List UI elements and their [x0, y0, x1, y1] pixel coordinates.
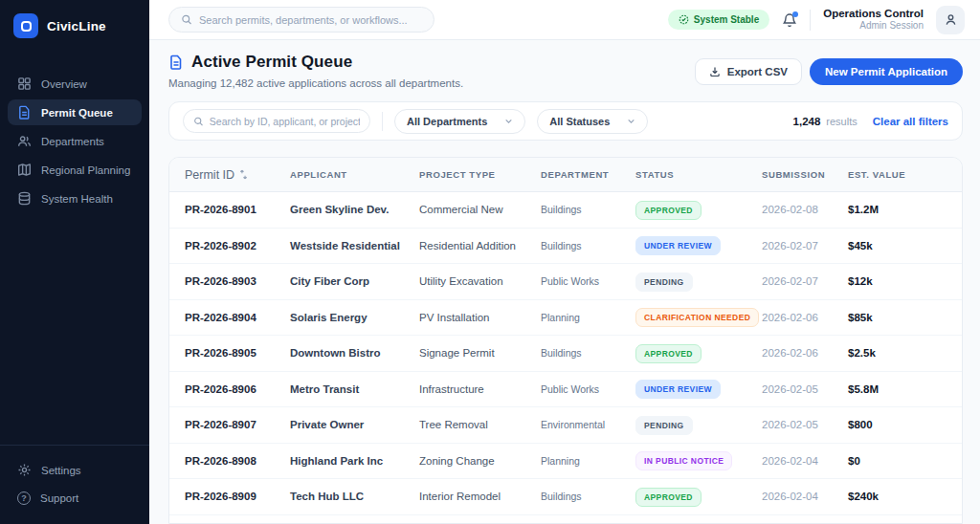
column-header-project-type[interactable]: Project Type [419, 169, 541, 180]
project-type-cell: Utility Excavation [419, 275, 541, 287]
department-filter-dropdown[interactable]: All Departments [394, 109, 525, 134]
value-cell: $2.5k [848, 347, 947, 359]
chevron-down-icon [627, 117, 635, 125]
sidebar-item-permit-queue[interactable]: Permit Queue [8, 99, 142, 125]
department-filter-value: All Departments [407, 116, 487, 127]
results-count: 1,248 [793, 116, 821, 127]
clear-filters-link[interactable]: Clear all filters [873, 116, 948, 127]
project-type-cell: Interior Remodel [419, 491, 541, 502]
value-cell: $1.2M [848, 204, 947, 215]
status-badge: APPROVED [635, 344, 702, 363]
permit-id-cell: PR-2026-8903 [185, 275, 290, 287]
permit-id-cell: PR-2026-8908 [185, 455, 290, 467]
status-badge: APPROVED [635, 488, 702, 507]
global-search[interactable] [168, 7, 434, 33]
global-search-input[interactable] [199, 14, 422, 26]
table-row[interactable]: PR-2026-8907 Private Owner Tree Removal … [169, 407, 962, 444]
department-cell: Buildings [541, 491, 635, 502]
system-status-label: System Stable [694, 14, 759, 25]
page-subtitle: Managing 12,482 active applications acro… [168, 77, 463, 89]
permit-id-cell: PR-2026-8909 [185, 491, 290, 502]
status-badge: PENDING [635, 273, 693, 292]
status-badge: IN PUBLIC NOTICE [635, 451, 732, 470]
avatar[interactable] [936, 6, 965, 34]
table-header-row: Permit ID Applicant Project Type Departm… [169, 158, 962, 192]
department-cell: Environmental [541, 419, 635, 430]
sidebar-item-settings[interactable]: Settings [8, 457, 142, 483]
help-icon: ? [17, 491, 31, 505]
status-cell: IN PUBLIC NOTICE [635, 450, 762, 470]
applicant-cell: Downtown Bistro [290, 347, 419, 359]
department-cell: Public Works [541, 383, 635, 395]
status-cell: PENDING [635, 415, 762, 435]
page-title-document-icon [168, 55, 184, 70]
column-header-status[interactable]: Status [635, 169, 762, 180]
submission-cell: 2026-02-04 [762, 455, 848, 467]
status-badge: PENDING [635, 416, 693, 435]
table-row[interactable]: PR-2026-8904 Solaris Energy PV Installat… [169, 300, 962, 337]
value-cell: $5.8M [848, 383, 947, 395]
filter-bar: All Departments All Statuses 1,248 resul… [168, 101, 963, 141]
filter-divider [382, 112, 383, 131]
system-status-badge: System Stable [668, 10, 769, 30]
sidebar-item-label: Support [40, 492, 78, 504]
table-row[interactable]: PR-2026-8901 Green Skyline Dev. Commerci… [169, 192, 962, 229]
table-row[interactable]: PR-2026-8908 Highland Park Inc Zoning Ch… [169, 444, 962, 480]
permit-id-cell: PR-2026-8905 [185, 347, 290, 359]
user-name: Operations Control [823, 7, 924, 20]
applicant-cell: Solaris Energy [290, 312, 419, 323]
sidebar-item-support[interactable]: ? Support [8, 486, 142, 511]
sidebar: CivicLine Overview Permit Queue Departme… [0, 0, 149, 524]
content: Active Permit Queue Managing 12,482 acti… [149, 40, 980, 524]
sidebar-item-label: Overview [41, 78, 87, 90]
department-cell: Buildings [541, 347, 635, 359]
status-filter-dropdown[interactable]: All Statuses [537, 109, 648, 134]
status-filter-value: All Statuses [549, 116, 610, 127]
department-cell: Buildings [541, 204, 635, 215]
table-row[interactable]: PR-2026-8905 Downtown Bistro Signage Per… [169, 336, 962, 372]
map-icon [17, 163, 32, 177]
column-header-applicant[interactable]: Applicant [290, 169, 419, 180]
column-header-submission[interactable]: Submission [762, 169, 848, 180]
table-row[interactable]: PR-2026-8902 Westside Residential Reside… [169, 229, 962, 265]
permit-id-cell: PR-2026-8902 [185, 240, 290, 251]
sidebar-item-system-health[interactable]: System Health [8, 186, 142, 211]
applicant-cell: Highland Park Inc [290, 455, 419, 467]
status-cell: APPROVED [635, 487, 762, 507]
table-row[interactable]: PR-2026-8906 Metro Transit Infrastructur… [169, 372, 962, 408]
new-permit-button[interactable]: New Permit Application [810, 58, 963, 85]
brand: CivicLine [0, 0, 149, 48]
results-label: results [826, 116, 857, 127]
column-header-est-value[interactable]: Est. Value [848, 169, 947, 180]
column-header-permit-id[interactable]: Permit ID [185, 168, 290, 182]
sidebar-item-label: System Health [41, 193, 113, 205]
project-type-cell: Zoning Change [419, 455, 541, 467]
permit-id-cell: PR-2026-8906 [185, 383, 290, 395]
column-header-department[interactable]: Department [541, 169, 635, 180]
status-cell: PENDING [635, 272, 762, 292]
status-cell: CLARIFICATION NEEDED [635, 307, 762, 327]
sidebar-item-regional-planning[interactable]: Regional Planning [8, 157, 142, 183]
table-row[interactable]: PR-2026-8909 Tech Hub LLC Interior Remod… [169, 479, 962, 515]
export-csv-button[interactable]: Export CSV [695, 58, 802, 85]
sidebar-item-departments[interactable]: Departments [8, 128, 142, 154]
status-cell: APPROVED [635, 200, 762, 220]
status-cell: UNDER REVIEW [635, 235, 762, 255]
status-badge: UNDER REVIEW [635, 236, 721, 255]
notifications-button[interactable] [782, 12, 797, 28]
submission-cell: 2026-02-08 [762, 204, 848, 215]
table-search-input[interactable] [210, 116, 360, 127]
topbar-right: System Stable Operations Control Admin S… [668, 6, 965, 34]
applicant-cell: Tech Hub LLC [290, 491, 419, 502]
project-type-cell: Infrastructure [419, 383, 541, 395]
table-row[interactable]: PR-2026-8903 City Fiber Corp Utility Exc… [169, 264, 962, 300]
shield-check-icon [679, 14, 689, 25]
status-badge: APPROVED [635, 201, 702, 220]
chevron-down-icon [504, 117, 513, 125]
submission-cell: 2026-02-05 [762, 383, 848, 395]
download-icon [709, 66, 721, 77]
sidebar-item-overview[interactable]: Overview [8, 71, 142, 97]
table-search[interactable] [183, 109, 370, 133]
topbar-divider [810, 10, 811, 31]
project-type-cell: PV Installation [419, 312, 541, 323]
